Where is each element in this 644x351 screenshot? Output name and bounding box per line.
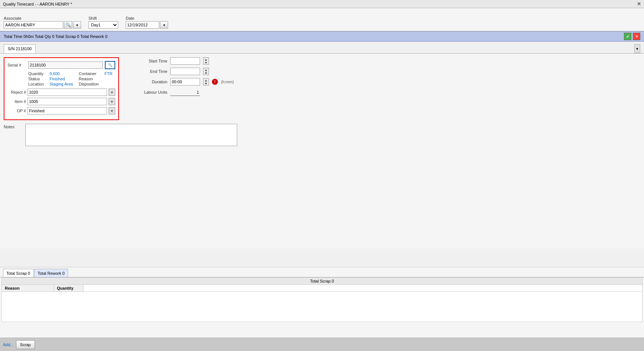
end-time-row: End Time ▲ ▼ bbox=[134, 68, 640, 75]
quantity-label: Quantity bbox=[28, 71, 46, 76]
shift-label: Shift bbox=[88, 16, 118, 20]
status-value: Finished bbox=[49, 77, 76, 81]
time-area: Start Time ▲ ▼ End Time ▲ ▼ Duration bbox=[126, 57, 640, 120]
quantity-value[interactable]: 9,600 bbox=[49, 71, 76, 76]
total-rework-tab[interactable]: Total Rework 0 bbox=[34, 269, 68, 277]
associate-input-row: 🔍 ▾ bbox=[4, 21, 81, 29]
info-grid: Quantity 9,600 Container FTR Status Fini… bbox=[7, 71, 115, 86]
start-time-spinner[interactable]: ▲ ▼ bbox=[203, 57, 209, 65]
associate-dropdown-button[interactable]: ▾ bbox=[73, 21, 81, 29]
item-row: Item # ▾ bbox=[7, 98, 115, 105]
reject-input[interactable] bbox=[28, 88, 107, 96]
op-dropdown-button[interactable]: ▾ bbox=[109, 107, 115, 115]
footer-bar: Add... Scrap bbox=[0, 338, 644, 351]
reject-dropdown-button[interactable]: ▾ bbox=[109, 88, 115, 96]
disposition-value bbox=[104, 82, 115, 86]
binoculars-icon: 🔍 bbox=[65, 22, 71, 28]
total-rework-tab-label: Total Rework 0 bbox=[38, 271, 65, 276]
tab-label: S/N 2118100 bbox=[8, 46, 32, 51]
item-dropdown-button[interactable]: ▾ bbox=[109, 98, 115, 105]
duration-error-icon: ! bbox=[212, 79, 218, 85]
duration-row: Duration ▲ ▼ ! (h:mm) bbox=[134, 78, 640, 86]
bottom-tabs: Total Scrap 0 Total Rework 0 bbox=[0, 267, 644, 277]
associate-search-button[interactable]: 🔍 bbox=[64, 21, 72, 29]
window-close-button[interactable]: ✕ bbox=[637, 1, 641, 7]
tab-dropdown-button[interactable]: ▾ bbox=[634, 44, 640, 53]
serial-number-row: Serial # 🔍 bbox=[7, 61, 115, 69]
reason-column-header: Reason bbox=[2, 285, 54, 292]
end-time-label: End Time bbox=[134, 69, 167, 74]
location-value[interactable]: Staging Area bbox=[49, 82, 76, 86]
bottom-panel: Total Scrap 0 Total Rework 0 Total Scrap… bbox=[0, 267, 644, 338]
title-bar: Quality Timecard - - AARON HENRY * ✕ bbox=[0, 0, 644, 8]
spin-up-icon: ▲ bbox=[205, 69, 207, 71]
header-area: Associate 🔍 ▾ Shift Day1 Day2 Night Date bbox=[0, 8, 644, 31]
shift-input-row: Day1 Day2 Night bbox=[88, 21, 118, 29]
shift-select[interactable]: Day1 Day2 Night bbox=[88, 21, 118, 29]
date-dropdown-button[interactable]: ▾ bbox=[160, 21, 168, 29]
main-content: Serial # 🔍 Quantity 9,600 Container FTR … bbox=[0, 54, 644, 248]
chevron-down-icon: ▾ bbox=[163, 23, 165, 27]
start-time-label: Start Time bbox=[134, 59, 167, 63]
date-group: Date ▾ bbox=[126, 16, 168, 29]
status-actions: ✔ ✕ bbox=[624, 33, 640, 40]
status-text: Total Time 0h0m Total Qty 0 Total Scrap … bbox=[4, 34, 107, 39]
op-row: OP # ▾ bbox=[7, 107, 115, 115]
bottom-data-area bbox=[2, 292, 642, 322]
reject-label: Reject # bbox=[7, 90, 26, 94]
op-label: OP # bbox=[7, 109, 26, 113]
date-input[interactable] bbox=[126, 21, 159, 29]
scrap-button[interactable]: Scrap bbox=[16, 340, 35, 349]
spin-down-icon: ▼ bbox=[205, 72, 207, 74]
container-label: Container bbox=[79, 71, 102, 76]
associate-group: Associate 🔍 ▾ bbox=[4, 16, 81, 29]
chevron-down-icon: ▾ bbox=[76, 23, 78, 27]
spin-down-icon: ▼ bbox=[205, 82, 207, 85]
serial-tab[interactable]: S/N 2118100 bbox=[4, 44, 36, 53]
reject-row: Reject # ▾ bbox=[7, 88, 115, 96]
notes-area: Notes bbox=[4, 124, 640, 146]
date-label: Date bbox=[126, 16, 168, 20]
duration-spinner[interactable]: ▲ ▼ bbox=[203, 78, 209, 86]
start-time-row: Start Time ▲ ▼ bbox=[134, 57, 640, 65]
date-input-row: ▾ bbox=[126, 21, 168, 29]
serial-label: Serial # bbox=[7, 63, 26, 67]
disposition-label: Disposition bbox=[79, 82, 102, 86]
reason-label: Reason bbox=[79, 77, 102, 81]
reason-value bbox=[104, 77, 115, 81]
end-time-input[interactable] bbox=[170, 68, 200, 75]
shift-group: Shift Day1 Day2 Night bbox=[88, 16, 118, 29]
add-link[interactable]: Add... bbox=[3, 342, 14, 347]
bottom-total-label: Total Scrap 0 bbox=[310, 279, 334, 283]
start-time-input[interactable] bbox=[170, 57, 200, 65]
status-bar: Total Time 0h0m Total Qty 0 Total Scrap … bbox=[0, 31, 644, 42]
save-button[interactable]: ✔ bbox=[624, 33, 631, 40]
total-scrap-tab[interactable]: Total Scrap 0 bbox=[3, 269, 33, 277]
labour-units-input[interactable] bbox=[170, 88, 200, 96]
bottom-header-row: Reason Quantity bbox=[2, 285, 642, 292]
quantity-column-header: Quantity bbox=[54, 285, 84, 292]
end-time-spinner[interactable]: ▲ ▼ bbox=[203, 68, 209, 75]
container-value[interactable]: FTR bbox=[104, 71, 115, 76]
duration-input[interactable] bbox=[170, 78, 200, 86]
spin-up-icon: ▲ bbox=[205, 58, 207, 61]
window-title: Quality Timecard - - AARON HENRY * bbox=[3, 2, 72, 6]
chevron-down-icon: ▾ bbox=[636, 46, 638, 51]
notes-textarea[interactable] bbox=[25, 124, 237, 146]
serial-input[interactable] bbox=[28, 61, 103, 69]
bottom-content: Total Scrap 0 Reason Quantity bbox=[1, 277, 643, 322]
notes-label: Notes bbox=[4, 124, 22, 129]
associate-label: Associate bbox=[4, 16, 81, 20]
spin-up-icon: ▲ bbox=[205, 79, 207, 82]
duration-hint: (h:mm) bbox=[221, 80, 234, 84]
item-label: Item # bbox=[7, 99, 26, 104]
labour-units-row: Labour Units bbox=[134, 88, 640, 96]
cancel-button[interactable]: ✕ bbox=[633, 33, 640, 40]
labour-units-label: Labour Units bbox=[134, 90, 167, 94]
associate-input[interactable] bbox=[4, 21, 63, 29]
op-input[interactable] bbox=[28, 107, 107, 115]
serial-search-button[interactable]: 🔍 bbox=[105, 61, 115, 69]
duration-label: Duration bbox=[134, 80, 167, 84]
item-input[interactable] bbox=[28, 98, 107, 105]
status-label: Status bbox=[28, 77, 46, 81]
